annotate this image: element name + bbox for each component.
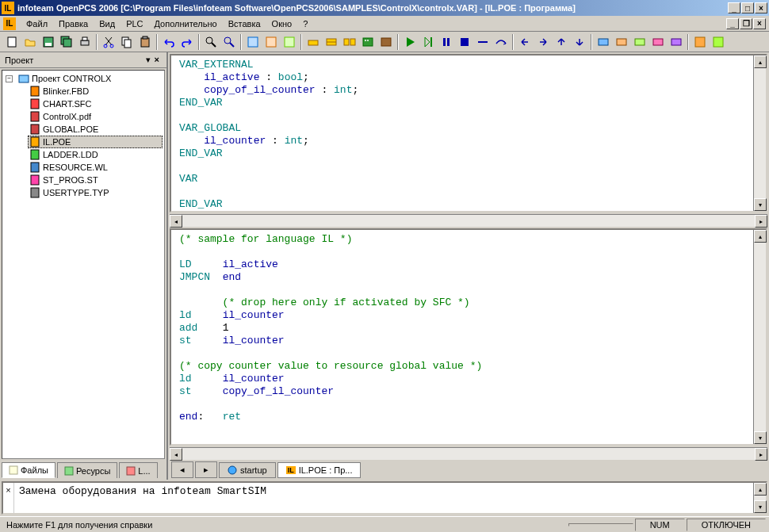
scroll-right-icon[interactable]: ▸ bbox=[755, 448, 767, 461]
menu-insert[interactable]: Вставка bbox=[223, 17, 266, 30]
scroll-down-icon[interactable]: ▾ bbox=[754, 198, 767, 211]
maximize-button[interactable]: □ bbox=[741, 2, 754, 13]
arrow-up-icon[interactable] bbox=[553, 33, 570, 51]
tree-item[interactable]: CHART.SFC bbox=[28, 98, 163, 110]
menu-view[interactable]: Вид bbox=[94, 17, 121, 30]
hscrollbar-bottom[interactable]: ◂ ▸ bbox=[170, 447, 767, 460]
project-tree[interactable]: − Проект CONTROLX Blinker.FBDCHART.SFCCo… bbox=[2, 70, 165, 459]
run-icon[interactable] bbox=[401, 33, 419, 51]
svg-rect-46 bbox=[31, 137, 39, 147]
tool-c-icon[interactable] bbox=[281, 33, 298, 51]
pause-icon[interactable] bbox=[438, 33, 455, 51]
menu-plc[interactable]: PLC bbox=[121, 17, 148, 30]
menu-window[interactable]: Окно bbox=[266, 17, 298, 30]
scroll-up-icon[interactable]: ▴ bbox=[754, 55, 767, 68]
undo-icon[interactable] bbox=[160, 33, 178, 51]
cut-icon[interactable] bbox=[100, 33, 117, 51]
tool-b-icon[interactable] bbox=[262, 33, 280, 51]
print-icon[interactable] bbox=[76, 33, 94, 51]
expander-icon[interactable]: − bbox=[6, 75, 13, 82]
hscrollbar-top[interactable]: ◂ ▸ bbox=[170, 214, 767, 227]
menu-file[interactable]: Файл bbox=[21, 17, 53, 30]
declarations-editor[interactable]: VAR_EXTERNAL il_active : bool; copy_of_i… bbox=[171, 55, 753, 211]
arrow-left-icon[interactable] bbox=[516, 33, 534, 51]
rebuild-icon[interactable] bbox=[341, 33, 358, 51]
menu-edit[interactable]: Правка bbox=[53, 17, 94, 30]
arrow-right-icon[interactable] bbox=[534, 33, 552, 51]
x2-icon[interactable] bbox=[710, 33, 727, 51]
svg-rect-19 bbox=[285, 37, 294, 47]
save-icon[interactable] bbox=[40, 33, 57, 51]
panel-tab-files[interactable]: Файлы bbox=[2, 462, 55, 478]
output-close-icon[interactable]: × bbox=[3, 483, 14, 513]
menu-help[interactable]: ? bbox=[297, 17, 313, 30]
hw-icon[interactable] bbox=[359, 33, 377, 51]
panel-dropdown-icon[interactable]: ▾ bbox=[146, 55, 151, 65]
svg-point-15 bbox=[224, 37, 231, 44]
open-icon[interactable] bbox=[21, 33, 39, 51]
res-icon[interactable] bbox=[377, 33, 395, 51]
tree-item[interactable]: Blinker.FBD bbox=[28, 85, 163, 98]
new-icon[interactable] bbox=[3, 33, 21, 51]
panel-close-icon[interactable]: × bbox=[152, 55, 162, 65]
editor-tab-ilpoe[interactable]: IL IL.POE : Пр... bbox=[277, 462, 362, 478]
tree-item[interactable]: ST_PROG.ST bbox=[28, 174, 163, 186]
stepover-icon[interactable] bbox=[492, 33, 510, 51]
panel-tab-l[interactable]: L... bbox=[119, 462, 157, 478]
mdi-restore-button[interactable]: ❐ bbox=[740, 18, 752, 29]
menu-extra[interactable]: Дополнительно bbox=[149, 17, 223, 30]
tree-item[interactable]: IL.POE bbox=[28, 136, 163, 148]
vscrollbar[interactable]: ▴ ▾ bbox=[753, 55, 766, 211]
stop-icon[interactable] bbox=[456, 33, 473, 51]
scroll-left-icon[interactable]: ◂ bbox=[170, 215, 182, 228]
svg-point-54 bbox=[228, 466, 236, 474]
tree-item[interactable]: GLOBAL.POE bbox=[28, 123, 163, 136]
watch3-icon[interactable] bbox=[631, 33, 648, 51]
toolbar bbox=[0, 32, 769, 52]
editor-tab-startup[interactable]: startup bbox=[219, 462, 276, 478]
find-icon[interactable] bbox=[202, 33, 220, 51]
tree-item[interactable]: RESOURCE.WL bbox=[28, 161, 163, 174]
zoom-icon[interactable] bbox=[220, 33, 238, 51]
compile-icon[interactable] bbox=[304, 33, 322, 51]
il-icon: IL bbox=[286, 466, 296, 474]
scroll-left-icon[interactable]: ◂ bbox=[170, 448, 182, 461]
minimize-button[interactable]: _ bbox=[728, 2, 740, 13]
copy-icon[interactable] bbox=[118, 33, 136, 51]
run2-icon[interactable] bbox=[419, 33, 437, 51]
watch2-icon[interactable] bbox=[613, 33, 630, 51]
scroll-right-icon[interactable]: ▸ bbox=[755, 215, 767, 228]
tool-a-icon[interactable] bbox=[244, 33, 262, 51]
mdi-minimize-button[interactable]: _ bbox=[726, 18, 739, 29]
scroll-up-icon[interactable]: ▴ bbox=[754, 483, 767, 496]
scroll-down-icon[interactable]: ▾ bbox=[754, 431, 767, 444]
tree-root-label: Проект CONTROLX bbox=[32, 74, 111, 83]
tree-root[interactable]: − Проект CONTROLX bbox=[4, 72, 163, 85]
svg-rect-48 bbox=[31, 163, 39, 172]
close-button[interactable]: × bbox=[755, 2, 767, 13]
saveall-icon[interactable] bbox=[58, 33, 75, 51]
vscrollbar[interactable]: ▴ ▾ bbox=[753, 230, 766, 444]
paste-icon[interactable] bbox=[136, 33, 154, 51]
watch5-icon[interactable] bbox=[668, 33, 685, 51]
statusbar: Нажмите F1 для получения справки NUM ОТК… bbox=[0, 516, 769, 532]
x1-icon[interactable] bbox=[691, 33, 709, 51]
tab-nav-left[interactable]: ◂ bbox=[171, 461, 193, 478]
scroll-down-icon[interactable]: ▾ bbox=[754, 500, 767, 513]
arrow-down-icon[interactable] bbox=[571, 33, 588, 51]
tab-nav-right[interactable]: ▸ bbox=[195, 461, 217, 478]
watch4-icon[interactable] bbox=[649, 33, 667, 51]
output-vscrollbar[interactable]: ▴ ▾ bbox=[753, 483, 766, 513]
tree-item[interactable]: LADDER.LDD bbox=[28, 148, 163, 161]
panel-tab-resources[interactable]: Ресурсы bbox=[57, 462, 117, 478]
mdi-close-button[interactable]: × bbox=[753, 18, 766, 29]
tree-item[interactable]: USERTYPE.TYP bbox=[28, 186, 163, 199]
status-conn: ОТКЛЮЧЕН bbox=[687, 519, 766, 531]
build-icon[interactable] bbox=[323, 33, 340, 51]
redo-icon[interactable] bbox=[178, 33, 196, 51]
scroll-up-icon[interactable]: ▴ bbox=[754, 230, 767, 243]
code-editor[interactable]: (* sample for language IL *) LD il_activ… bbox=[171, 230, 753, 444]
watch1-icon[interactable] bbox=[595, 33, 612, 51]
tree-item[interactable]: ControlX.pdf bbox=[28, 110, 163, 123]
step-icon[interactable] bbox=[474, 33, 492, 51]
